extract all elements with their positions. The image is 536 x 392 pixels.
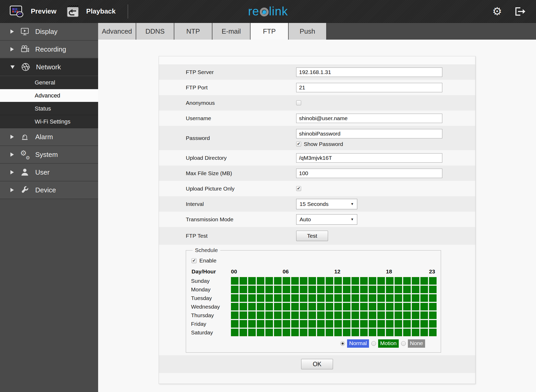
schedule-cell[interactable]: [317, 320, 325, 328]
schedule-cell[interactable]: [283, 286, 290, 293]
schedule-cell[interactable]: [326, 303, 333, 310]
tab-ftp[interactable]: FTP: [251, 23, 289, 40]
logout-icon[interactable]: [514, 7, 526, 16]
schedule-cell[interactable]: [352, 311, 359, 319]
schedule-cell[interactable]: [377, 277, 385, 285]
schedule-cell[interactable]: [248, 286, 256, 293]
schedule-cell[interactable]: [308, 294, 316, 302]
schedule-cell[interactable]: [231, 329, 239, 336]
playback-nav[interactable]: Playback: [66, 5, 116, 18]
schedule-cell[interactable]: [283, 277, 290, 285]
schedule-cell[interactable]: [248, 320, 256, 328]
mode-option-normal[interactable]: Normal: [340, 339, 369, 348]
schedule-cell[interactable]: [395, 320, 402, 328]
schedule-cell[interactable]: [395, 311, 402, 319]
schedule-cell[interactable]: [377, 329, 385, 336]
schedule-cell[interactable]: [240, 320, 247, 328]
schedule-cell[interactable]: [420, 277, 428, 285]
schedule-cell[interactable]: [317, 329, 325, 336]
schedule-cell[interactable]: [300, 294, 307, 302]
schedule-cell[interactable]: [343, 277, 350, 285]
schedule-cell[interactable]: [395, 303, 402, 310]
sidebar-item-device[interactable]: Device: [0, 181, 98, 199]
schedule-cell[interactable]: [377, 286, 385, 293]
schedule-cell[interactable]: [257, 320, 264, 328]
ok-button[interactable]: OK: [301, 359, 333, 369]
schedule-cell[interactable]: [360, 294, 368, 302]
schedule-cell[interactable]: [257, 286, 264, 293]
schedule-cell[interactable]: [231, 303, 239, 310]
schedule-cell[interactable]: [377, 294, 385, 302]
tab-push[interactable]: Push: [289, 23, 327, 40]
schedule-cell[interactable]: [274, 294, 282, 302]
preview-nav[interactable]: Preview: [9, 5, 56, 18]
schedule-cell[interactable]: [308, 277, 316, 285]
schedule-cell[interactable]: [352, 320, 359, 328]
schedule-cell[interactable]: [274, 303, 282, 310]
schedule-cell[interactable]: [343, 294, 350, 302]
schedule-cell[interactable]: [291, 320, 299, 328]
schedule-cell[interactable]: [248, 303, 256, 310]
tab-email[interactable]: E-mail: [212, 23, 251, 40]
password-input[interactable]: [296, 129, 442, 138]
schedule-cell[interactable]: [300, 311, 307, 319]
schedule-cell[interactable]: [429, 286, 437, 293]
schedule-cell[interactable]: [283, 294, 290, 302]
schedule-cell[interactable]: [248, 277, 256, 285]
schedule-cell[interactable]: [420, 311, 428, 319]
schedule-cell[interactable]: [334, 286, 342, 293]
schedule-cell[interactable]: [412, 303, 419, 310]
schedule-cell[interactable]: [377, 311, 385, 319]
sidebar-subitem-advanced[interactable]: Advanced: [0, 89, 98, 102]
schedule-cell[interactable]: [386, 286, 394, 293]
schedule-cell[interactable]: [291, 311, 299, 319]
schedule-cell[interactable]: [308, 303, 316, 310]
schedule-cell[interactable]: [377, 303, 385, 310]
schedule-cell[interactable]: [240, 329, 247, 336]
schedule-cell[interactable]: [403, 286, 411, 293]
sidebar-item-display[interactable]: Display: [0, 23, 98, 41]
schedule-cell[interactable]: [317, 303, 325, 310]
schedule-cell[interactable]: [317, 294, 325, 302]
schedule-cell[interactable]: [343, 329, 350, 336]
schedule-cell[interactable]: [360, 286, 368, 293]
ftp-server-input[interactable]: [296, 68, 442, 77]
schedule-cell[interactable]: [395, 277, 402, 285]
schedule-cell[interactable]: [420, 320, 428, 328]
schedule-cell[interactable]: [326, 311, 333, 319]
schedule-cell[interactable]: [343, 320, 350, 328]
radio-icon[interactable]: [340, 341, 345, 346]
schedule-cell[interactable]: [369, 286, 376, 293]
interval-select[interactable]: 15 Seconds ▼: [296, 199, 357, 209]
tab-advanced[interactable]: Advanced: [98, 23, 136, 40]
sidebar-item-alarm[interactable]: Alarm: [0, 128, 98, 146]
max-file-size-input[interactable]: [296, 169, 442, 178]
schedule-cell[interactable]: [248, 294, 256, 302]
sidebar-subitem-general[interactable]: General: [0, 76, 98, 89]
schedule-cell[interactable]: [240, 311, 247, 319]
schedule-cell[interactable]: [257, 329, 264, 336]
schedule-cell[interactable]: [412, 329, 419, 336]
transmission-mode-select[interactable]: Auto ▼: [296, 214, 357, 225]
ftp-test-button[interactable]: Test: [296, 231, 328, 241]
schedule-cell[interactable]: [369, 277, 376, 285]
schedule-cell[interactable]: [265, 277, 273, 285]
schedule-cell[interactable]: [326, 320, 333, 328]
schedule-cell[interactable]: [231, 294, 239, 302]
schedule-cell[interactable]: [369, 320, 376, 328]
schedule-cell[interactable]: [429, 311, 437, 319]
schedule-cell[interactable]: [395, 329, 402, 336]
schedule-cell[interactable]: [360, 329, 368, 336]
schedule-cell[interactable]: [395, 286, 402, 293]
schedule-cell[interactable]: [352, 294, 359, 302]
schedule-cell[interactable]: [283, 303, 290, 310]
schedule-cell[interactable]: [403, 277, 411, 285]
sidebar-item-user[interactable]: User: [0, 164, 98, 181]
schedule-cell[interactable]: [369, 294, 376, 302]
settings-gear-icon[interactable]: ⚙: [492, 6, 502, 17]
schedule-cell[interactable]: [240, 277, 247, 285]
tab-ntp[interactable]: NTP: [174, 23, 212, 40]
schedule-cell[interactable]: [265, 303, 273, 310]
schedule-cell[interactable]: [386, 294, 394, 302]
schedule-cell[interactable]: [300, 286, 307, 293]
